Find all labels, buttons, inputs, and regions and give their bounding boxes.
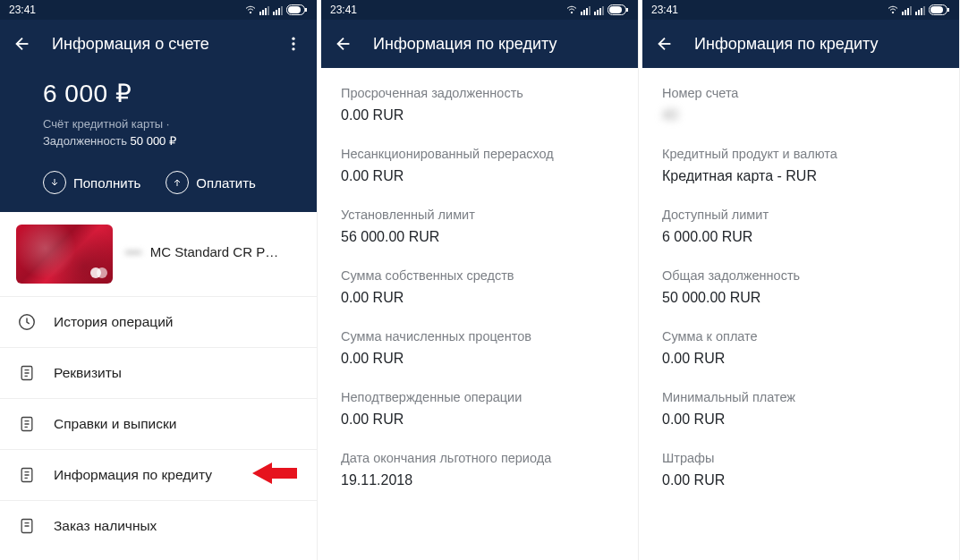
info-value: 6 000.00 RUR xyxy=(662,229,939,245)
pay-button[interactable]: Оплатить xyxy=(166,171,256,194)
svg-rect-23 xyxy=(583,10,585,15)
page-title: Информация по кредиту xyxy=(357,35,625,54)
info-label: Несанкционированный перерасход xyxy=(341,147,618,161)
pay-label: Оплатить xyxy=(196,175,256,191)
deposit-button[interactable]: Пополнить xyxy=(43,171,140,194)
svg-rect-36 xyxy=(907,8,909,15)
info-row: Сумма собственных средств0.00 RUR xyxy=(321,256,638,317)
info-label: Просроченная задолженность xyxy=(341,86,618,100)
annotation-arrow-icon xyxy=(252,460,297,490)
info-value: 0.00 RUR xyxy=(662,412,939,428)
svg-rect-38 xyxy=(915,12,917,15)
deposit-label: Пополнить xyxy=(73,175,140,191)
signal-icon-2 xyxy=(915,4,926,15)
info-row: Кредитный продукт и валютаКредитная карт… xyxy=(642,134,959,195)
debt-value: 50 000 ₽ xyxy=(131,134,176,148)
svg-rect-39 xyxy=(918,10,920,15)
back-button[interactable] xyxy=(334,34,357,54)
status-bar: 23:41 xyxy=(321,0,638,20)
svg-rect-11 xyxy=(305,8,307,12)
svg-rect-1 xyxy=(259,12,261,15)
info-value: 0.00 RUR xyxy=(662,472,939,488)
back-button[interactable] xyxy=(655,34,678,54)
info-value: 0.00 RUR xyxy=(662,351,939,367)
info-label: Установленный лимит xyxy=(341,208,618,222)
info-value: 0.00 RUR xyxy=(341,351,618,367)
svg-rect-28 xyxy=(599,8,601,15)
svg-rect-35 xyxy=(905,10,906,15)
battery-icon xyxy=(286,4,308,15)
svg-rect-37 xyxy=(910,6,912,15)
signal-icon-2 xyxy=(594,4,605,15)
back-button[interactable] xyxy=(13,34,36,54)
document-icon xyxy=(16,464,38,486)
svg-rect-8 xyxy=(281,6,283,15)
info-label: Сумма начисленных процентов xyxy=(341,329,618,344)
info-row: Общая задолженность50 000.00 RUR xyxy=(642,256,959,317)
status-indicators xyxy=(244,4,308,15)
info-row: Минимальный платеж0.00 RUR xyxy=(642,378,959,438)
svg-point-21 xyxy=(571,12,573,13)
status-time: 23:41 xyxy=(651,4,678,16)
svg-rect-3 xyxy=(265,8,267,15)
svg-point-12 xyxy=(292,38,294,40)
svg-rect-31 xyxy=(609,6,622,13)
document-icon xyxy=(16,362,38,384)
svg-rect-44 xyxy=(947,8,949,12)
info-list: Просроченная задолженность0.00 RURНесанк… xyxy=(321,68,638,505)
wifi-icon xyxy=(565,4,578,15)
info-value: 0.00 RUR xyxy=(341,107,618,123)
document-icon xyxy=(16,413,38,435)
document-icon xyxy=(16,515,38,537)
info-value: 56 000.00 RUR xyxy=(341,229,618,245)
debt-line: Задолженность 50 000 ₽ xyxy=(43,134,295,148)
signal-icon xyxy=(581,4,591,15)
menu-label: Заказ наличных xyxy=(54,518,157,534)
mastercard-icon xyxy=(90,267,107,278)
status-time: 23:41 xyxy=(9,4,36,16)
svg-point-14 xyxy=(292,47,294,50)
svg-rect-34 xyxy=(902,12,904,15)
svg-rect-4 xyxy=(268,6,269,15)
account-subtitle: Счёт кредитной карты · xyxy=(43,117,295,131)
upload-icon xyxy=(166,171,189,194)
svg-rect-43 xyxy=(930,6,943,13)
download-icon xyxy=(43,171,66,194)
info-value: 19.11.2018 xyxy=(341,472,618,488)
info-row: Просроченная задолженность0.00 RUR xyxy=(321,73,638,134)
app-header: Информация о счете xyxy=(0,20,317,68)
info-value: 0.00 RUR xyxy=(341,412,618,428)
status-time: 23:41 xyxy=(330,4,357,16)
menu-item-cash-order[interactable]: Заказ наличных xyxy=(0,501,317,551)
svg-rect-2 xyxy=(262,10,264,15)
menu-label: История операций xyxy=(54,314,173,330)
info-row: Номер счета40 xyxy=(642,73,959,134)
more-vertical-icon xyxy=(285,35,302,53)
signal-icon xyxy=(902,4,913,15)
menu-item-details[interactable]: Реквизиты xyxy=(0,348,317,399)
info-value: Кредитная карта - RUR xyxy=(662,168,939,184)
menu-item-statements[interactable]: Справки и выписки xyxy=(0,399,317,450)
more-button[interactable] xyxy=(283,35,304,53)
wifi-icon xyxy=(887,4,899,15)
info-row: Штрафы0.00 RUR xyxy=(642,438,959,499)
svg-rect-24 xyxy=(586,8,588,15)
screen-account-info: 23:41 Информация о счете 6 000 ₽ Счёт кр… xyxy=(0,0,318,560)
menu-label: Справки и выписки xyxy=(54,416,176,432)
card-row[interactable]: •••• MC Standard CR P… xyxy=(0,212,317,297)
card-name: MC Standard CR P… xyxy=(150,244,278,259)
svg-rect-26 xyxy=(594,12,596,15)
wifi-icon xyxy=(244,4,257,15)
debt-label: Задолженность xyxy=(43,134,127,148)
arrow-left-icon xyxy=(334,34,353,54)
menu-list: История операций Реквизиты Справки и вып… xyxy=(0,297,317,551)
info-label: Сумма собственных средств xyxy=(341,268,618,283)
svg-rect-7 xyxy=(278,8,280,15)
info-value: 0.00 RUR xyxy=(341,168,618,184)
info-row: Сумма начисленных процентов0.00 RUR xyxy=(321,317,638,378)
info-row: Дата окончания льготного периода19.11.20… xyxy=(321,438,638,499)
menu-item-history[interactable]: История операций xyxy=(0,297,317,348)
menu-item-credit-info[interactable]: Информация по кредиту xyxy=(0,450,317,501)
info-label: Доступный лимит xyxy=(662,208,939,222)
info-label: Кредитный продукт и валюта xyxy=(662,147,939,161)
